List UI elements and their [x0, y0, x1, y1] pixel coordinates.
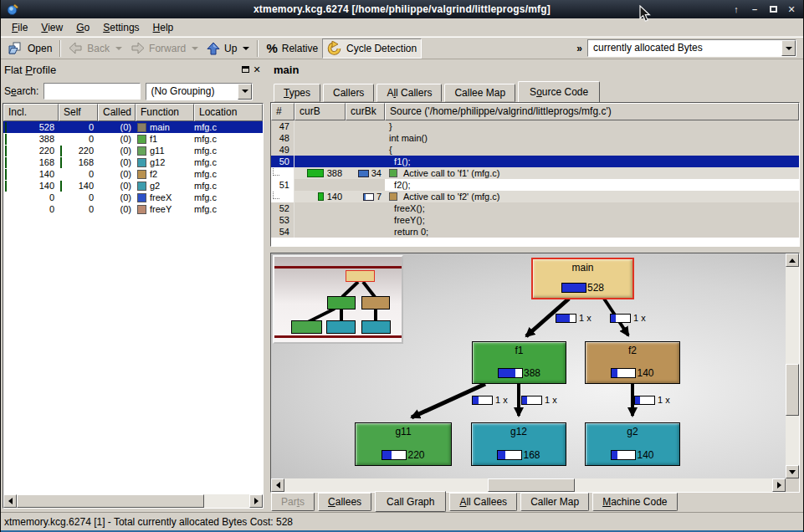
tab-caller-map[interactable]: Caller Map	[520, 493, 589, 511]
relative-toggle[interactable]: % Relative	[262, 38, 322, 59]
source-call-annotation[interactable]: 388 34 Active call to 'f1' (mfg.c)	[271, 167, 799, 179]
column-header-source[interactable]: Source ('/home/philippe/valgrind/littlep…	[385, 103, 799, 120]
tab-callers[interactable]: Callers	[323, 84, 374, 102]
table-row[interactable]: 0 0 (0) freeX mfg.c	[3, 192, 263, 203]
menu-file[interactable]: File	[5, 20, 34, 35]
source-line[interactable]: 47}	[271, 120, 799, 132]
source-line[interactable]: 51 f2();	[271, 179, 799, 191]
graph-node-g12[interactable]: g12 168	[471, 422, 566, 466]
back-dropdown-icon[interactable]	[115, 47, 122, 50]
forward-button[interactable]: Forward	[126, 38, 202, 59]
table-row[interactable]: 140 0 (0) f2 mfg.c	[3, 168, 263, 180]
cycle-detection-toggle[interactable]: Cycle Detection	[322, 38, 422, 59]
edge-label-f2-g2: 1 x	[634, 395, 670, 405]
scrollbar-thumb[interactable]	[488, 478, 575, 492]
scroll-left-button[interactable]	[3, 494, 17, 508]
function-color-swatch	[137, 123, 146, 132]
search-input[interactable]	[44, 83, 141, 100]
close-button[interactable]: ✕	[785, 3, 798, 16]
tab-callee-map[interactable]: Callee Map	[444, 84, 515, 102]
tab-callees[interactable]: Callees	[318, 493, 371, 511]
grouping-select[interactable]: (No Grouping)	[146, 83, 253, 100]
column-header-location[interactable]: Location	[194, 104, 263, 121]
open-button[interactable]: Open	[4, 38, 56, 59]
function-color-swatch	[137, 135, 146, 144]
float-icon	[242, 66, 249, 73]
toolbar-overflow-chevron[interactable]: »	[576, 43, 582, 54]
maximize-button[interactable]	[766, 3, 780, 16]
column-header-line[interactable]: #	[271, 103, 294, 120]
function-color-swatch	[389, 192, 397, 201]
up-dropdown-icon[interactable]	[243, 47, 249, 50]
tab-types[interactable]: Types	[274, 84, 320, 102]
dock-close-button[interactable]: ✕	[251, 64, 263, 75]
source-call-annotation[interactable]: 140 7 Active call to 'f2' (mfg.c)	[271, 191, 799, 202]
source-line[interactable]: 53 freeY();	[271, 214, 799, 226]
column-header-incl[interactable]: Incl.	[3, 104, 59, 121]
function-color-swatch	[137, 193, 146, 202]
menu-go[interactable]: Go	[69, 20, 96, 35]
event-type-select[interactable]: currently allocated Bytes	[587, 39, 796, 57]
graph-node-f1[interactable]: f1 388	[472, 341, 566, 384]
tab-source-code[interactable]: Source Code	[518, 81, 600, 103]
table-row[interactable]: 0 0 (0) freeY mfg.c	[3, 203, 263, 215]
menu-settings[interactable]: Settings	[96, 20, 146, 35]
column-header-called[interactable]: Called	[98, 104, 136, 121]
edge-label-f1-g12: 1 x	[521, 395, 557, 405]
scrollbar-thumb[interactable]	[17, 494, 204, 508]
table-row[interactable]: 528 0 (0) main mfg.c	[3, 121, 263, 133]
scroll-down-button[interactable]	[786, 465, 799, 478]
table-row[interactable]: 140 140 (0) g2 mfg.c	[3, 180, 263, 192]
event-type-dropdown-button[interactable]	[781, 40, 796, 56]
scrollbar-corner	[786, 478, 799, 492]
menu-help[interactable]: Help	[146, 20, 181, 35]
tab-machine-code[interactable]: Machine Code	[592, 493, 677, 511]
column-header-curbk[interactable]: curBk	[346, 103, 385, 120]
percent-icon: %	[266, 41, 277, 55]
scroll-right-button[interactable]	[772, 478, 786, 492]
up-button[interactable]: Up	[202, 38, 253, 59]
graph-vscrollbar[interactable]	[786, 253, 799, 478]
scrollbar-thumb[interactable]	[786, 364, 799, 416]
cost-bar	[561, 283, 586, 293]
table-row[interactable]: 388 0 (0) f1 mfg.c	[3, 133, 263, 145]
graph-overview-minimap[interactable]	[273, 255, 403, 344]
function-color-swatch	[137, 146, 146, 156]
source-line[interactable]: 52 freeX();	[271, 202, 799, 214]
graph-node-g2[interactable]: g2 140	[585, 422, 680, 466]
source-line-selected[interactable]: 50 f1();	[271, 156, 799, 167]
scroll-left-button[interactable]	[271, 478, 284, 492]
title-bar[interactable]: xtmemory.kcg.6274 [/home/philippe/valgri…	[1, 0, 803, 18]
column-header-function[interactable]: Function	[136, 104, 194, 121]
graph-node-main[interactable]: main 528	[531, 258, 634, 299]
graph-node-f2[interactable]: f2 140	[585, 341, 680, 384]
tab-call-graph[interactable]: Call Graph	[375, 491, 446, 512]
tab-parts[interactable]: Parts	[271, 493, 315, 511]
column-header-self[interactable]: Self	[59, 104, 98, 121]
table-row[interactable]: 168 168 (0) g12 mfg.c	[3, 156, 263, 168]
status-bar: xtmemory.kcg.6274 [1] - Total currently …	[1, 512, 803, 530]
back-button[interactable]: Back	[64, 38, 126, 59]
minimize-button[interactable]: –	[748, 3, 761, 16]
source-line[interactable]: 48int main()	[271, 132, 799, 144]
source-code-view: # curB curBk Source ('/home/philippe/val…	[270, 102, 800, 247]
source-line[interactable]: 49{	[271, 144, 799, 156]
scroll-up-button[interactable]	[786, 253, 799, 267]
dock-title-bar[interactable]: Flat Profile ✕	[1, 59, 266, 79]
graph-node-g11[interactable]: g11 220	[355, 422, 452, 466]
source-line[interactable]: 54 return 0;	[271, 226, 799, 238]
call-graph-canvas[interactable]: main 528 f1 388 f2 140 g11 220 g12 168 g…	[271, 253, 786, 478]
table-row[interactable]: 220 220 (0) g11 mfg.c	[3, 145, 263, 156]
tab-all-callees[interactable]: All Callees	[449, 493, 517, 511]
forward-dropdown-icon[interactable]	[192, 47, 198, 50]
graph-hscrollbar[interactable]	[271, 478, 786, 492]
shade-button[interactable]: ↑	[730, 3, 743, 16]
flat-profile-hscrollbar[interactable]	[3, 494, 263, 508]
grouping-dropdown-button[interactable]	[238, 84, 252, 100]
scroll-right-button[interactable]	[249, 494, 263, 508]
dock-float-button[interactable]	[239, 64, 251, 75]
cost-bar	[498, 368, 523, 378]
column-header-curb[interactable]: curB	[294, 103, 346, 120]
tab-all-callers[interactable]: All Callers	[376, 84, 442, 102]
menu-view[interactable]: View	[34, 20, 69, 35]
